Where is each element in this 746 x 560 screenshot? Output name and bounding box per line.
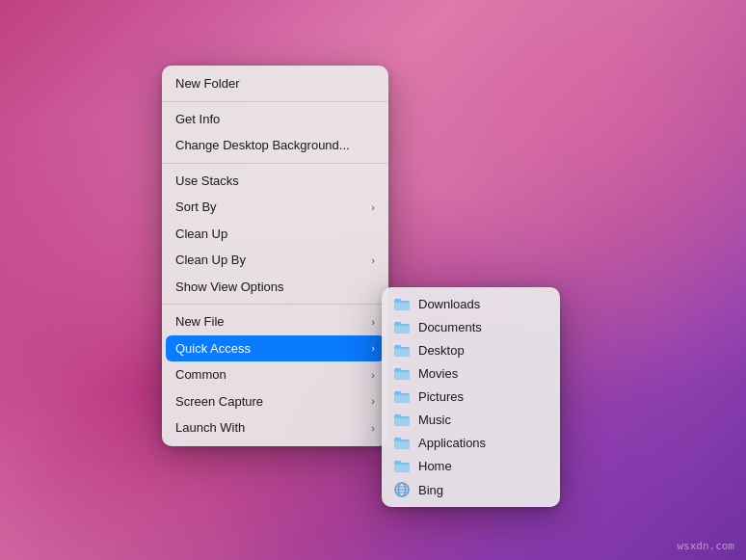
menu-item-clean-up[interactable]: Clean Up [162, 221, 388, 248]
submenu-item-bing[interactable]: Bing [382, 477, 560, 502]
menu-item-use-stacks[interactable]: Use Stacks [162, 168, 388, 195]
pictures-folder-icon [393, 388, 411, 404]
submenu-item-movies[interactable]: Movies [382, 361, 560, 385]
documents-folder-icon [393, 319, 411, 334]
screen-capture-chevron-icon: › [371, 393, 375, 410]
quick-access-submenu: Downloads Documents Desktop [382, 287, 560, 507]
context-menu: New Folder Get Info Change Desktop Backg… [162, 66, 388, 446]
submenu-item-pictures[interactable]: Pictures [382, 385, 560, 408]
sort-by-chevron-icon: › [371, 200, 375, 216]
submenu-item-music[interactable]: Music [382, 408, 560, 431]
menu-item-common[interactable]: Common › [162, 361, 388, 388]
separator-1 [162, 101, 388, 102]
menu-item-screen-capture[interactable]: Screen Capture › [162, 388, 388, 415]
desktop-folder-icon [393, 342, 411, 358]
menu-item-new-folder[interactable]: New Folder [162, 70, 388, 97]
submenu-item-home[interactable]: Home [382, 454, 560, 477]
menu-item-clean-up-by[interactable]: Clean Up By › [162, 247, 388, 274]
menu-item-new-file[interactable]: New File › [162, 308, 388, 335]
menu-item-change-desktop-bg[interactable]: Change Desktop Background... [162, 132, 388, 159]
submenu-item-applications[interactable]: Applications [382, 431, 560, 454]
menu-item-sort-by[interactable]: Sort By › [162, 194, 388, 221]
downloads-folder-icon [393, 296, 411, 311]
common-chevron-icon: › [371, 367, 375, 384]
menu-item-get-info[interactable]: Get Info [162, 106, 388, 133]
watermark: wsxdn.com [677, 540, 734, 552]
applications-folder-icon [393, 435, 411, 450]
context-menu-container: New Folder Get Info Change Desktop Backg… [162, 66, 388, 446]
bing-globe-icon [393, 481, 411, 498]
submenu-item-desktop[interactable]: Desktop [382, 338, 560, 361]
menu-item-launch-with[interactable]: Launch With › [162, 414, 388, 441]
menu-item-quick-access[interactable]: Quick Access › [166, 335, 385, 362]
separator-3 [162, 304, 388, 305]
quick-access-chevron-icon: › [371, 340, 375, 357]
new-file-chevron-icon: › [371, 314, 375, 331]
separator-2 [162, 163, 388, 164]
home-folder-icon [393, 458, 411, 473]
clean-up-by-chevron-icon: › [371, 253, 375, 269]
launch-with-chevron-icon: › [371, 420, 375, 437]
menu-item-show-view-options[interactable]: Show View Options [162, 274, 388, 301]
music-folder-icon [393, 412, 411, 427]
submenu-item-downloads[interactable]: Downloads [382, 292, 560, 315]
submenu-item-documents[interactable]: Documents [382, 315, 560, 338]
movies-folder-icon [393, 365, 411, 381]
